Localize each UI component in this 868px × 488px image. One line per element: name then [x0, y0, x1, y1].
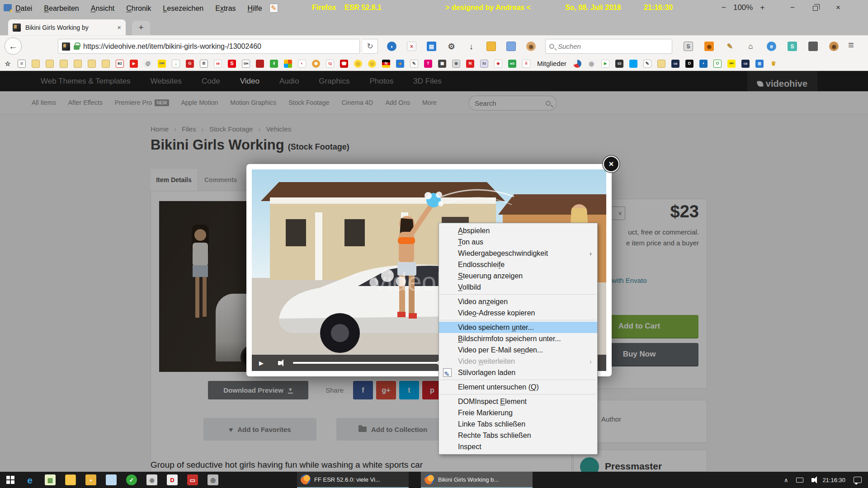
n-red-icon[interactable]: N [466, 60, 474, 68]
feather-addon-icon[interactable]: ✎ [725, 42, 735, 51]
search-input[interactable] [558, 42, 668, 50]
pencil-icon[interactable]: ✎ [643, 60, 651, 68]
crown-icon[interactable]: ♛ [769, 60, 778, 68]
s-teal-addon-icon[interactable]: S [788, 42, 797, 51]
note-app-icon[interactable] [106, 474, 117, 485]
cb-2-icon[interactable]: CB [741, 60, 750, 68]
ebay-icon[interactable]: eb [214, 60, 222, 68]
folder-1-icon[interactable] [32, 60, 40, 68]
minimize-button[interactable]: − [790, 3, 795, 12]
gh-icon[interactable]: GH [242, 60, 250, 68]
new-tab-button[interactable]: + [132, 21, 150, 35]
menu-item[interactable]: Bearbeiten [44, 5, 79, 13]
menu-item[interactable]: Chronik [126, 5, 151, 13]
cb-1-icon[interactable]: CB [671, 60, 679, 68]
edge-icon[interactable]: e [24, 474, 35, 485]
context-menu-item[interactable]: Linke Tabs schließen › [439, 418, 597, 430]
monitor-app-icon[interactable]: ▭ [187, 474, 198, 485]
d-black-icon[interactable]: D [685, 60, 693, 68]
smiley-1-icon[interactable]: ☺ [354, 60, 362, 68]
context-menu-item[interactable]: Vollbild › [439, 282, 597, 293]
context-menu-item[interactable]: Video weiterleiten › [439, 356, 597, 367]
menu-item[interactable]: Datei [15, 5, 32, 13]
context-menu-item[interactable]: Element untersuchen (Q) › [439, 381, 597, 393]
folder-4-icon[interactable] [74, 60, 82, 68]
list-blue-icon[interactable]: ≣ [755, 60, 764, 68]
film-icon[interactable]: ▣ [438, 60, 446, 68]
gear-icon[interactable]: ⚙ [447, 42, 456, 51]
chrome-icon[interactable]: ◉ [312, 60, 320, 68]
url-text[interactable]: https://videohive.net/item/bikini-girls-… [83, 42, 261, 51]
cj-icon[interactable]: Cj [326, 60, 334, 68]
windows-blue-icon[interactable] [629, 60, 637, 68]
car-icon[interactable] [256, 60, 264, 68]
context-menu-item[interactable]: Stilvorlagen laden › [439, 367, 597, 378]
bird-addon-icon[interactable]: ◗ [387, 42, 396, 51]
context-menu-item[interactable]: Bildschirmfoto speichern unter... › [439, 333, 597, 344]
picture-app-icon[interactable]: ▨ [45, 474, 56, 485]
folder-orange-icon[interactable] [486, 42, 496, 51]
orange-cam-addon-icon[interactable]: ◉ [704, 42, 714, 51]
start-button[interactable] [0, 472, 21, 488]
explorer-icon[interactable] [65, 474, 76, 485]
speaker-app-icon[interactable]: ◉ [146, 474, 157, 485]
tab-window-addon-icon[interactable]: ▤ [427, 42, 436, 51]
context-menu-item[interactable]: Rechte Tabs schließen › [439, 430, 597, 441]
bz-icon[interactable]: BZ [116, 60, 124, 68]
star-icon[interactable]: ☆ [4, 60, 12, 68]
youtube-icon[interactable]: ▶ [130, 60, 138, 68]
download-arrow-icon[interactable]: ↓ [467, 42, 476, 51]
chat-icon[interactable]: ◗ [699, 60, 708, 68]
context-menu-item[interactable]: Abspielen › [439, 225, 597, 236]
sparkasse-icon[interactable]: S [228, 60, 236, 68]
zoom-in-button[interactable]: + [760, 3, 764, 12]
folder-7-icon[interactable] [657, 60, 665, 68]
check-app-icon[interactable]: ✓ [126, 474, 137, 485]
german-flag-icon[interactable]: N [382, 60, 390, 68]
context-menu-item[interactable]: Video per E-Mail senden... › [439, 344, 597, 356]
browser-search-box[interactable] [545, 39, 672, 54]
document-addon-icon[interactable] [808, 42, 818, 51]
ie-tab-addon-icon[interactable]: e [767, 42, 776, 51]
gmx-icon[interactable]: GMX [158, 60, 166, 68]
edit-pad-icon[interactable]: ✎ [410, 60, 418, 68]
taskbar-window-2[interactable]: Bikini Girls Working b... [421, 472, 533, 488]
context-menu-item[interactable]: Video anzeigen › [439, 296, 597, 307]
tv-icon[interactable]: ▭ [615, 60, 623, 68]
download-2-icon[interactable]: ⇓ [270, 60, 278, 68]
context-menu-item[interactable]: DOMInspect Element › [439, 396, 597, 407]
taskbar-window-1[interactable]: FF ESR 52.6.0: viele Vi... [297, 472, 409, 488]
folder-2-icon[interactable] [46, 60, 54, 68]
notes-icon[interactable]: ≡ [18, 60, 26, 68]
folder-3-icon[interactable] [60, 60, 68, 68]
at-mail-icon[interactable]: @ [144, 60, 152, 68]
tray-expand-icon[interactable]: ∧ [784, 477, 788, 483]
people-icon[interactable]: ii [522, 60, 530, 68]
action-center-icon[interactable] [854, 477, 862, 483]
urlbar[interactable]: https://videohive.net/item/bikini-girls-… [58, 39, 360, 54]
context-menu-item[interactable]: Inspect › [439, 441, 597, 452]
camera-app-icon[interactable]: ◎ [208, 474, 218, 485]
photo-icon[interactable]: ◆ [396, 60, 404, 68]
tray-clock[interactable]: 21:16:30 [822, 477, 845, 483]
b-circle-icon[interactable]: B [200, 60, 208, 68]
o-green-icon[interactable]: O [713, 60, 722, 68]
stylish-addon-icon[interactable]: S [684, 42, 693, 51]
tray-display-icon[interactable] [796, 478, 803, 483]
context-menu-item[interactable]: Endlosschleife › [439, 259, 597, 270]
greasemonkey-addon-icon[interactable]: ◉ [829, 42, 839, 51]
folder-6-icon[interactable] [102, 60, 110, 68]
figure-addon-icon[interactable]: × [407, 42, 416, 51]
volume-icon[interactable] [278, 361, 281, 365]
b64-icon[interactable]: b64 [727, 60, 736, 68]
close-window-button[interactable]: × [836, 3, 840, 12]
pie-icon[interactable] [573, 60, 581, 68]
context-menu-item[interactable]: Video speichern unter... › [439, 322, 597, 333]
zoom-out-button[interactable]: − [722, 3, 726, 12]
globe-icon[interactable]: ◎ [587, 60, 595, 68]
context-menu-item[interactable]: Wiedergabegeschwindigkeit › [439, 248, 597, 259]
browser-tab[interactable]: Bikini Girls Working by × [8, 19, 126, 35]
tab-close-icon[interactable]: × [117, 23, 121, 31]
phone-red-icon[interactable]: ☎ [340, 60, 348, 68]
context-menu-item[interactable]: Steuerung anzeigen › [439, 270, 597, 282]
